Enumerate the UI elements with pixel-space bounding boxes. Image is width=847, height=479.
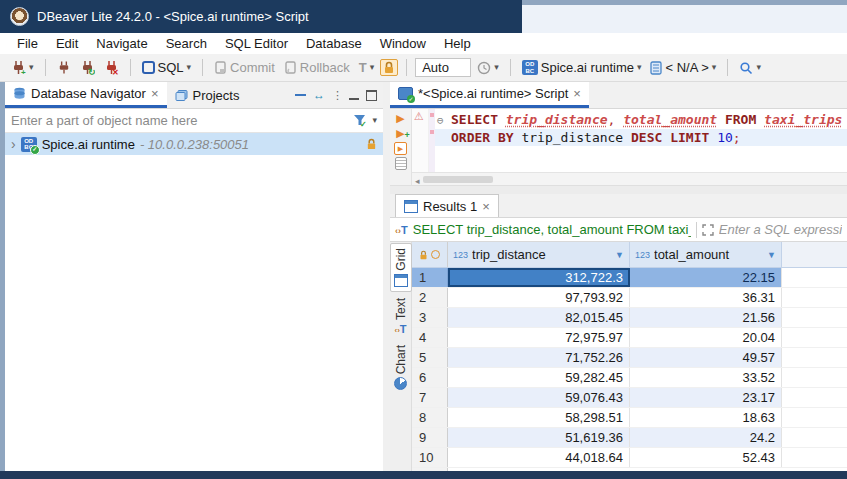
reconnect-button[interactable]: ↻ [77, 58, 98, 77]
row-number-cell[interactable]: 8 [412, 408, 448, 427]
execute-statement-icon[interactable]: ▶ [396, 112, 404, 125]
menu-database[interactable]: Database [297, 33, 371, 54]
tab-database-navigator[interactable]: Database Navigator [5, 82, 167, 108]
tab-text-view[interactable]: Text ‹›T [391, 294, 411, 339]
total-amount-cell[interactable]: 18.63 [630, 408, 782, 427]
connect-button[interactable]: + ▾ [8, 58, 37, 77]
expand-panel-icon[interactable] [702, 224, 714, 236]
tab-projects[interactable]: Projects [167, 82, 248, 108]
filter-funnel-icon[interactable]: ✓ [353, 114, 367, 127]
disconnect-button[interactable]: ✕ [101, 58, 122, 77]
total-amount-cell[interactable]: 20.04 [630, 328, 782, 347]
close-icon[interactable] [482, 199, 490, 214]
row-number-cell[interactable]: 7 [412, 388, 448, 407]
row-number-cell[interactable]: 5 [412, 348, 448, 367]
close-icon[interactable] [151, 86, 159, 101]
transaction-history-button[interactable]: ▾ [474, 59, 502, 77]
table-row: 1044,018.6452.43 [412, 448, 847, 468]
menu-help[interactable]: Help [435, 33, 480, 54]
menu-sql-editor[interactable]: SQL Editor [216, 33, 297, 54]
total-amount-cell[interactable]: 24.2 [630, 428, 782, 447]
rollback-icon [284, 61, 297, 74]
tab-results-1[interactable]: Results 1 [395, 194, 499, 217]
rollback-button[interactable]: Rollback [281, 58, 353, 77]
total-amount-cell[interactable]: 23.17 [630, 388, 782, 407]
column-header-total-amount[interactable]: 123 total_amount ▼ [630, 242, 782, 267]
total-amount-cell[interactable]: 22.15 [630, 268, 782, 287]
autocommit-toggle-button[interactable] [380, 59, 398, 76]
menu-navigate[interactable]: Navigate [87, 33, 156, 54]
tree-item-connection[interactable]: ODBC✓ Spice.ai runtime - 10.0.0.238:5005… [5, 133, 383, 155]
view-menu-icon[interactable]: ⋮ [332, 89, 342, 102]
trip-distance-cell[interactable]: 59,076.43 [448, 388, 630, 407]
trip-distance-cell[interactable]: 58,298.51 [448, 408, 630, 427]
row-number-cell[interactable]: 2 [412, 288, 448, 307]
total-amount-cell[interactable]: 52.43 [630, 448, 782, 467]
execute-new-tab-icon[interactable]: ▶ [396, 127, 404, 140]
trip-distance-cell[interactable]: 97,793.92 [448, 288, 630, 307]
tab-sql-script[interactable]: *<Spice.ai runtime> Script [390, 82, 589, 108]
trip-distance-cell[interactable]: 312,722.3 [448, 268, 630, 287]
grid-body: 1312,722.322.15297,793.9236.31382,015.45… [412, 268, 847, 471]
script-icon[interactable] [395, 157, 407, 170]
invalidate-connection-button[interactable] [54, 58, 74, 77]
search-button[interactable]: ▾ [736, 59, 764, 77]
row-number-cell[interactable]: 10 [412, 448, 448, 467]
sql-identifier-link[interactable]: trip_distance [506, 112, 608, 127]
trip-distance-cell[interactable]: 82,015.45 [448, 308, 630, 327]
commit-button[interactable]: Commit [211, 58, 278, 77]
scrollbar-thumb[interactable] [423, 176, 493, 183]
trip-distance-cell[interactable]: 72,975.97 [448, 328, 630, 347]
filter-caret-icon[interactable]: ▾ [372, 116, 377, 125]
trip-distance-cell[interactable]: 71,752.26 [448, 348, 630, 367]
trip-distance-cell[interactable]: 51,619.36 [448, 428, 630, 447]
schema-selector[interactable]: < N/A > ▾ [647, 58, 719, 77]
tab-grid-view[interactable]: Grid [390, 243, 412, 292]
tab-chart-view[interactable]: Chart [391, 341, 411, 394]
column-header-trip-distance[interactable]: 123 trip_distance ▼ [448, 242, 630, 267]
total-amount-cell[interactable]: 36.31 [630, 288, 782, 307]
chevron-right-icon[interactable] [11, 137, 16, 152]
sql-editor-button[interactable]: SQL ▾ [139, 58, 195, 77]
trip-distance-cell[interactable]: 44,018.64 [448, 448, 630, 467]
collapse-all-icon[interactable] [295, 94, 306, 96]
row-number-cell[interactable]: 9 [412, 428, 448, 447]
sql-identifier-link[interactable]: taxi_trips [764, 112, 842, 127]
link-with-editor-icon[interactable]: ↔ [313, 89, 325, 101]
total-amount-cell[interactable]: 33.52 [630, 368, 782, 387]
sql-expression-filter-input[interactable]: Enter a SQL expression to filter results [719, 222, 842, 237]
table-row: 759,076.4323.17 [412, 388, 847, 408]
menu-search[interactable]: Search [157, 33, 216, 54]
commit-icon [214, 61, 227, 74]
object-filter-input[interactable]: Enter a part of object name here [11, 113, 348, 128]
grid-corner-cell[interactable] [412, 242, 448, 267]
connection-selector[interactable]: ODBC Spice.ai runtime ▾ [519, 58, 645, 77]
row-number-cell[interactable]: 4 [412, 328, 448, 347]
plug-reconnect-icon: ↻ [80, 60, 95, 75]
row-number-cell[interactable]: 3 [412, 308, 448, 327]
transaction-log-button[interactable]: T ▾ [356, 58, 377, 77]
execute-script-icon[interactable]: ▶ [394, 142, 407, 155]
row-filler [782, 408, 847, 427]
minimize-icon[interactable] [349, 91, 359, 100]
results-splitter[interactable] [390, 185, 847, 194]
editor-horizontal-scrollbar[interactable] [412, 172, 847, 185]
sql-punct: ; [733, 130, 741, 145]
fold-collapse-icon[interactable]: ⊖ [437, 112, 451, 129]
maximize-icon[interactable] [366, 90, 377, 101]
column-filter-caret-icon[interactable]: ▼ [615, 250, 624, 260]
autocommit-mode-select[interactable]: Auto [415, 58, 471, 77]
menu-edit[interactable]: Edit [47, 33, 87, 54]
total-amount-cell[interactable]: 49.57 [630, 348, 782, 367]
menu-file[interactable]: File [8, 33, 47, 54]
row-number-cell[interactable]: 1 [412, 268, 448, 287]
scroll-left-arrow-icon[interactable] [412, 172, 423, 187]
column-filter-caret-icon[interactable]: ▼ [767, 250, 776, 260]
total-amount-cell[interactable]: 21.56 [630, 308, 782, 327]
panel-splitter[interactable] [383, 82, 390, 471]
trip-distance-cell[interactable]: 59,282.45 [448, 368, 630, 387]
sql-identifier-link[interactable]: total_amount [623, 112, 717, 127]
close-icon[interactable] [573, 86, 581, 101]
row-number-cell[interactable]: 6 [412, 368, 448, 387]
menu-window[interactable]: Window [371, 33, 435, 54]
